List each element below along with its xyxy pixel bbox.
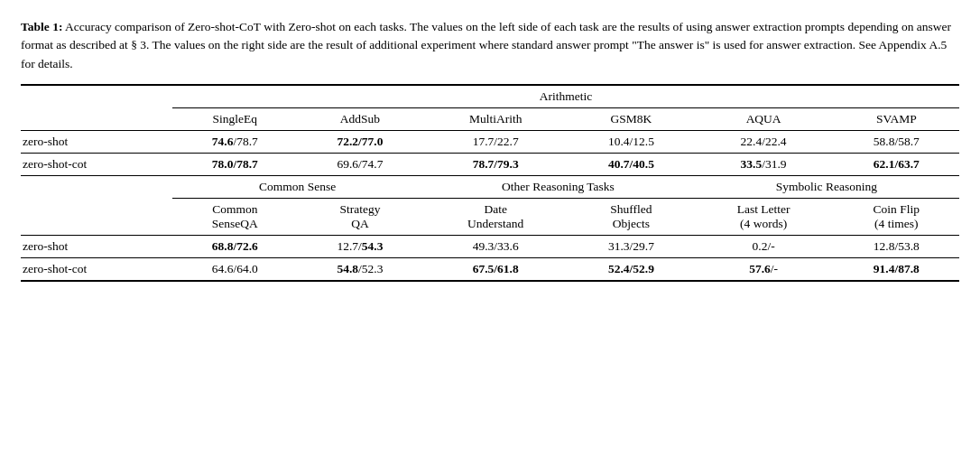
cell-zscot2-commonsenseqa: 64.6/64.0: [172, 257, 298, 281]
cell-zscot2-lastletter: 57.6/-: [694, 257, 834, 281]
col-gsm8k: GSM8K: [569, 107, 694, 130]
cell-zscot-addsub: 69.6/74.7: [298, 153, 423, 175]
cell-zs2-date: 49.3/33.6: [422, 235, 569, 257]
row-label-zscot-1: zero-shot-cot: [21, 153, 172, 175]
cell-zscot-multiarith: 78.7/79.3: [422, 153, 569, 175]
col-shuffled: ShuffledObjects: [569, 198, 694, 235]
arithmetic-group-header: Arithmetic: [172, 85, 959, 108]
cell-zs2-lastletter: 0.2/-: [694, 235, 834, 257]
col-lastletter: Last Letter(4 words): [694, 198, 834, 235]
other-group-header: Other Reasoning Tasks: [422, 175, 693, 198]
col-date: DateUnderstand: [422, 198, 569, 235]
caption-text: Accuracy comparison of Zero-shot-CoT wit…: [21, 20, 951, 70]
empty-col: [21, 107, 172, 130]
cell-zs-addsub: 72.2/77.0: [298, 130, 423, 153]
table-row: zero-shot-cot 64.6/64.0 54.8/52.3 67.5/6…: [21, 257, 959, 281]
caption-label: Table 1:: [21, 20, 62, 33]
cell-zs-svamp: 58.8/58.7: [834, 130, 959, 153]
cell-zs-singleeq: 74.6/78.7: [172, 130, 298, 153]
table-caption: Table 1: Accuracy comparison of Zero-sho…: [21, 18, 959, 73]
cell-zs-multiarith: 17.7/22.7: [422, 130, 569, 153]
cell-zscot-aqua: 33.5/31.9: [694, 153, 834, 175]
results-table: Arithmetic SingleEq AddSub MultiArith GS…: [21, 84, 959, 282]
cell-zscot-singleeq: 78.0/78.7: [172, 153, 298, 175]
empty-corner: [21, 85, 172, 108]
cell-zscot2-date: 67.5/61.8: [422, 257, 569, 281]
cell-zs2-shuffled: 31.3/29.7: [569, 235, 694, 257]
arithmetic-subheader-row: SingleEq AddSub MultiArith GSM8K AQUA SV…: [21, 107, 959, 130]
table-row: zero-shot 74.6/78.7 72.2/77.0 17.7/22.7 …: [21, 130, 959, 153]
table-row: zero-shot 68.8/72.6 12.7/54.3 49.3/33.6 …: [21, 235, 959, 257]
col-singleeq: SingleEq: [172, 107, 298, 130]
symbolic-group-header: Symbolic Reasoning: [694, 175, 959, 198]
table-row: zero-shot-cot 78.0/78.7 69.6/74.7 78.7/7…: [21, 153, 959, 175]
empty-col-3: [21, 198, 172, 235]
group-header-row-1: Arithmetic: [21, 85, 959, 108]
row-label-zscot-2: zero-shot-cot: [21, 257, 172, 281]
cell-zscot2-coinflip: 91.4/87.8: [834, 257, 959, 281]
empty-col-2: [21, 175, 172, 198]
cell-zs-gsm8k: 10.4/12.5: [569, 130, 694, 153]
cell-zs-aqua: 22.4/22.4: [694, 130, 834, 153]
second-subheader-row: CommonSenseQA StrategyQA DateUnderstand …: [21, 198, 959, 235]
cell-zs2-strategyqa: 12.7/54.3: [298, 235, 423, 257]
cell-zscot-gsm8k: 40.7/40.5: [569, 153, 694, 175]
cell-zscot2-shuffled: 52.4/52.9: [569, 257, 694, 281]
cell-zs2-commonsenseqa: 68.8/72.6: [172, 235, 298, 257]
col-addsub: AddSub: [298, 107, 423, 130]
commonsense-group-header: Common Sense: [172, 175, 422, 198]
col-multiarith: MultiArith: [422, 107, 569, 130]
col-aqua: AQUA: [694, 107, 834, 130]
cell-zscot2-strategyqa: 54.8/52.3: [298, 257, 423, 281]
row-label-zero-shot-1: zero-shot: [21, 130, 172, 153]
col-svamp: SVAMP: [834, 107, 959, 130]
row-label-zero-shot-2: zero-shot: [21, 235, 172, 257]
cell-zscot-svamp: 62.1/63.7: [834, 153, 959, 175]
col-coinflip: Coin Flip(4 times): [834, 198, 959, 235]
cell-zs2-coinflip: 12.8/53.8: [834, 235, 959, 257]
table-container: Table 1: Accuracy comparison of Zero-sho…: [21, 18, 959, 282]
col-strategyqa: StrategyQA: [298, 198, 423, 235]
col-commonsenseqa: CommonSenseQA: [172, 198, 298, 235]
group-header-row-2: Common Sense Other Reasoning Tasks Symbo…: [21, 175, 959, 198]
